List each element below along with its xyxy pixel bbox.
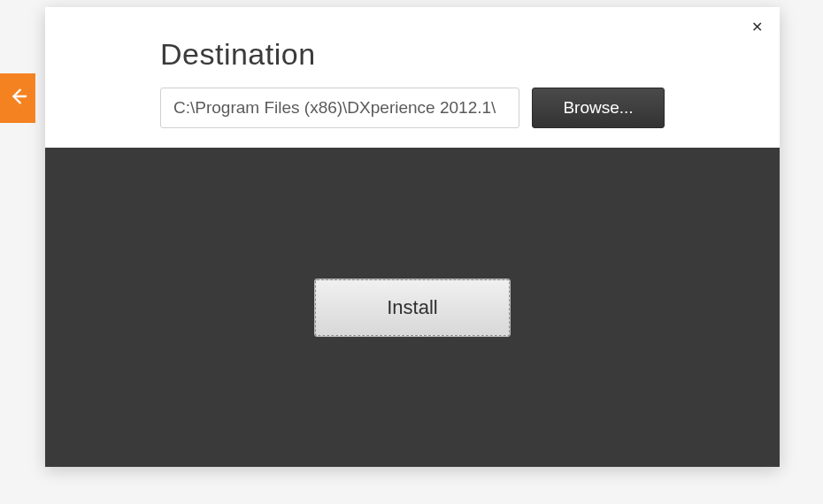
destination-path-input[interactable] — [160, 88, 519, 128]
arrow-left-icon — [8, 87, 27, 110]
close-icon: ✕ — [751, 19, 763, 35]
back-button[interactable] — [0, 73, 35, 123]
destination-section: Destination Browse... — [45, 7, 780, 148]
action-area: Install — [45, 148, 780, 467]
installer-panel: ✕ Destination Browse... Install — [45, 7, 780, 467]
browse-button[interactable]: Browse... — [532, 88, 665, 128]
destination-row: Browse... — [160, 88, 665, 128]
close-button[interactable]: ✕ — [744, 14, 769, 39]
page-title: Destination — [160, 37, 665, 72]
install-button[interactable]: Install — [315, 279, 510, 336]
